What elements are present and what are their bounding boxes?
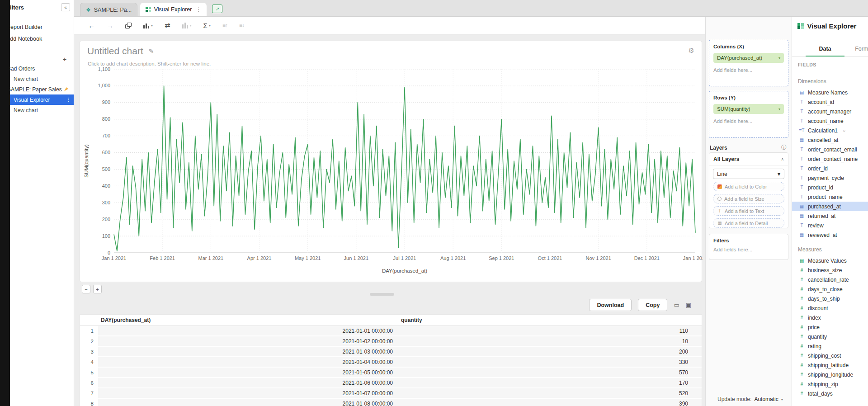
field-item-shipping-latitude[interactable]: #shipping_latitude	[792, 360, 868, 370]
svg-text:Apr 1 2021: Apr 1 2021	[247, 255, 272, 261]
tab-data[interactable]: Data	[806, 46, 844, 57]
chart-settings-gear-icon[interactable]: ⚙	[689, 47, 694, 55]
quantity-cell: 110	[398, 326, 702, 336]
field-item-measure-names[interactable]: ▤Measure Names	[792, 88, 868, 97]
field-item-order-id[interactable]: Torder_id	[792, 164, 868, 173]
svg-text:900: 900	[102, 99, 110, 105]
minimize-panel-icon[interactable]: ▭	[674, 302, 679, 308]
field-item-cancelled-at[interactable]: ▦cancelled_at	[792, 135, 868, 145]
tab-format[interactable]: Format	[844, 46, 868, 56]
sidebar-item-bad-orders[interactable]: ▸Bad Orders	[0, 63, 74, 74]
field-item-cancellation-rate[interactable]: #cancellation_rate	[792, 275, 868, 284]
field-item-product-name[interactable]: Tproduct_name	[792, 192, 868, 202]
all-layers-header[interactable]: All Layers ∧	[709, 153, 788, 165]
field-item-returned-at[interactable]: ▦returned_at	[792, 211, 868, 221]
layer-type-select[interactable]: Line ▾	[713, 169, 784, 179]
field-item-account-manager[interactable]: Taccount_manager	[792, 107, 868, 116]
field-item-order-contact-name[interactable]: Torder_contact_name	[792, 154, 868, 164]
field-item-purchased-at[interactable]: ▦purchased_at	[792, 202, 868, 211]
field-item-discount[interactable]: #discount	[792, 303, 868, 313]
svg-text:Sep 1 2021: Sep 1 2021	[489, 255, 514, 261]
sidebar-item-new-chart[interactable]: ▥New chart	[0, 74, 74, 84]
field-item-days-to-close[interactable]: #days_to_close	[792, 284, 868, 294]
edit-title-icon[interactable]: ✎	[149, 47, 154, 55]
field-item-reviewed-at[interactable]: ▦reviewed_at	[792, 230, 868, 240]
sort-desc-icon: ≡↓	[239, 22, 244, 28]
expand-panel-icon[interactable]: ▣	[686, 302, 691, 308]
layers-info-icon[interactable]: ⓘ	[781, 144, 787, 151]
field-item-shipping-cost[interactable]: #shipping_cost	[792, 351, 868, 360]
field-name: rating	[808, 343, 821, 349]
update-mode-caret-icon[interactable]: ▾	[781, 397, 783, 401]
sidebar-item-add-notebook[interactable]: Add Notebook	[0, 33, 74, 45]
filters-dropzone[interactable]: Filters Add fields here...	[709, 234, 788, 260]
copy-button[interactable]: Copy	[638, 299, 667, 311]
row-number-cell: 5	[80, 367, 98, 378]
item-menu-icon[interactable]: ⋮	[66, 97, 71, 103]
tab-menu-icon[interactable]: ⋮	[196, 6, 201, 13]
zoom-out-button[interactable]: −	[82, 285, 90, 293]
field-item-total-days[interactable]: #total_days	[792, 389, 868, 398]
app-root: ❖ SAMPLE: Pa... Visual Explorer ⋮ ↗ ← → …	[0, 0, 868, 406]
rows-y-field-pill[interactable]: SUM(quantity) ▾	[713, 104, 784, 114]
chart-type-button[interactable]: ▾	[143, 23, 153, 28]
field-item-shipping-zip[interactable]: #shipping_zip	[792, 379, 868, 389]
detail-dropzone[interactable]: ▦ Add a field to Detail	[713, 218, 784, 228]
redo-button[interactable]: →	[107, 22, 113, 29]
field-item-review[interactable]: Treview	[792, 221, 868, 230]
sidebar-item-visual-explorer[interactable]: ▦Visual Explorer⋮	[0, 94, 74, 105]
sort-ascending-button[interactable]: ≡↑	[222, 22, 227, 28]
field-item-index[interactable]: #index	[792, 313, 868, 322]
field-item-account-name[interactable]: Taccount_name	[792, 116, 868, 126]
field-item-measure-values[interactable]: ▤Measure Values	[792, 256, 868, 265]
duplicate-button[interactable]	[125, 23, 132, 28]
visual-explorer-logo-icon	[797, 23, 804, 29]
field-item-product-id[interactable]: Tproduct_id	[792, 183, 868, 192]
add-report-button[interactable]: +	[61, 55, 68, 62]
sidebar-item-sample-paper-sales[interactable]: ▾SAMPLE: Paper Sales	[0, 84, 74, 94]
export-button[interactable]: ↗	[212, 5, 222, 13]
field-item-account-id[interactable]: Taccount_id	[792, 97, 868, 107]
field-item-shipping-longitude[interactable]: #shipping_longitude	[792, 370, 868, 379]
tab-visual-explorer[interactable]: Visual Explorer ⋮	[140, 3, 207, 16]
undo-button[interactable]: ←	[88, 22, 95, 29]
table-row: 62021-01-06 00:00:00170	[80, 378, 702, 388]
columns-x-placeholder: Add fields here...	[713, 67, 784, 73]
collapse-panel-icon[interactable]: «	[61, 3, 70, 11]
field-item-business-size[interactable]: #business_size	[792, 265, 868, 275]
field-item-price[interactable]: #price	[792, 322, 868, 332]
calculation-badge-icon[interactable]: ○	[843, 128, 845, 133]
column-header-date[interactable]: DAY(purchased_at)	[98, 315, 398, 326]
field-item-rating[interactable]: #rating	[792, 341, 868, 351]
pill-caret-icon[interactable]: ▾	[778, 56, 780, 60]
tab-sample-report[interactable]: ❖ SAMPLE: Pa...	[80, 3, 137, 16]
field-item-order-contact-email[interactable]: Torder_contact_email	[792, 145, 868, 154]
color-dropzone[interactable]: Add a field to Color	[713, 182, 784, 191]
field-item-calculation1[interactable]: =TCalculation1○	[792, 126, 868, 135]
swap-axes-button[interactable]: ⇄	[165, 21, 170, 29]
field-item-payment-cycle[interactable]: Tpayment_cycle	[792, 173, 868, 183]
collapse-chevron-icon[interactable]: ∧	[781, 157, 784, 161]
column-header-quantity[interactable]: quantity	[398, 315, 702, 326]
field-item-quantity[interactable]: #quantity	[792, 332, 868, 341]
columns-x-dropzone[interactable]: Columns (X) DAY(purchased_at) ▾ Add fiel…	[709, 40, 788, 86]
update-mode-value[interactable]: Automatic	[754, 396, 778, 402]
zoom-in-button[interactable]: +	[93, 285, 102, 293]
download-button[interactable]: Download	[589, 299, 632, 311]
pill-caret-icon[interactable]: ▾	[778, 107, 780, 111]
duplicate-icon	[125, 23, 132, 28]
field-item-days-to-ship[interactable]: #days_to_ship	[792, 294, 868, 303]
size-dropzone[interactable]: Add a field to Size	[713, 194, 784, 203]
stack-button[interactable]: ▾	[182, 23, 192, 28]
quantity-cell: 390	[398, 398, 702, 406]
aggregate-button[interactable]: Σ ▾	[203, 22, 211, 29]
rows-y-dropzone[interactable]: Rows (Y) SUM(quantity) ▾ Add fields here…	[709, 91, 788, 138]
columns-x-field-pill[interactable]: DAY(purchased_at) ▾	[713, 53, 784, 63]
sidebar-item-report-builder[interactable]: Report Builder	[0, 21, 74, 33]
resize-drag-handle[interactable]	[370, 293, 394, 296]
sort-descending-button[interactable]: ≡↓	[239, 22, 244, 28]
party-icon	[64, 87, 68, 91]
chart-title[interactable]: Untitled chart	[87, 46, 143, 57]
text-dropzone[interactable]: T Add a field to Text	[713, 206, 784, 216]
sidebar-item-new-chart[interactable]: ▥New chart	[0, 105, 74, 115]
